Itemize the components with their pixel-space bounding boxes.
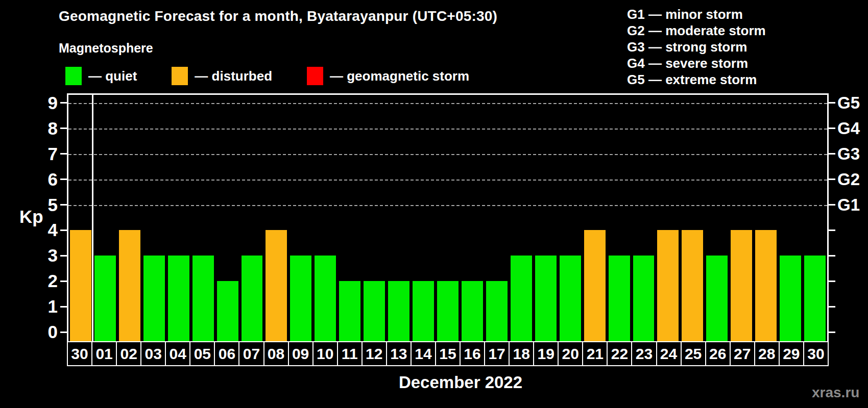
y-axis-tick-label-1: 1 bbox=[32, 295, 58, 318]
y-axis-tick-label-5: 5 bbox=[32, 194, 58, 216]
kp-bar-day-27 bbox=[731, 230, 752, 341]
y-axis-tick-left-6 bbox=[60, 178, 67, 180]
legend-item-storm: — geomagnetic storm bbox=[307, 67, 469, 85]
x-axis-title: December 2022 bbox=[80, 373, 841, 392]
g-legend-line-5: G5 — extreme storm bbox=[627, 71, 766, 88]
gridline-kp-7 bbox=[68, 154, 827, 155]
day-label-cell-30: 30 bbox=[804, 341, 829, 366]
day-label-cell-21: 21 bbox=[583, 341, 608, 366]
kp-bar-day-24 bbox=[657, 230, 679, 341]
y-axis-tick-right-1 bbox=[829, 306, 835, 308]
g-legend-line-1: G1 — minor storm bbox=[627, 6, 766, 22]
y-axis-tick-label-8: 8 bbox=[32, 117, 58, 140]
kp-bar-day-23 bbox=[633, 256, 655, 341]
kp-bar-day-15 bbox=[437, 281, 459, 341]
day-label-cell-26: 26 bbox=[706, 341, 731, 366]
y-axis-tick-label-3: 3 bbox=[32, 244, 58, 267]
day-label-cell-29: 29 bbox=[780, 341, 804, 366]
day-label-cell-5: 05 bbox=[190, 341, 215, 366]
legend-label-disturbed: — disturbed bbox=[195, 68, 272, 84]
y-axis-tick-right-9 bbox=[829, 102, 835, 104]
day-label-cell-6: 06 bbox=[215, 341, 239, 366]
g-scale-legend: G1 — minor stormG2 — moderate stormG3 — … bbox=[627, 6, 766, 88]
kp-bar-day-18 bbox=[511, 256, 532, 341]
kp-bar-day-30 bbox=[804, 256, 826, 341]
legend-item-disturbed: — disturbed bbox=[172, 67, 272, 85]
gridline-kp-6 bbox=[68, 180, 827, 181]
y-axis-tick-right-3 bbox=[829, 255, 835, 257]
day-label-cell-8: 08 bbox=[264, 341, 289, 366]
kp-bar-day-30 bbox=[70, 230, 91, 341]
y-axis-tick-label-6: 6 bbox=[32, 168, 58, 191]
g-legend-line-4: G4 — severe storm bbox=[627, 55, 766, 71]
g-legend-line-3: G3 — strong storm bbox=[627, 39, 766, 55]
y-axis-tick-label-9: 9 bbox=[32, 92, 58, 114]
kp-bar-day-11 bbox=[339, 281, 360, 341]
y-axis-tick-left-1 bbox=[60, 306, 67, 308]
x-axis-day-labels: 3001020304050607080910111213141516171819… bbox=[67, 341, 829, 366]
legend-swatch-storm-icon bbox=[307, 67, 323, 85]
kp-bar-day-06 bbox=[217, 281, 238, 341]
day-label-cell-27: 27 bbox=[731, 341, 755, 366]
day-label-cell-20: 20 bbox=[559, 341, 583, 366]
day-label-cell-12: 12 bbox=[363, 341, 387, 366]
legend-label-storm: — geomagnetic storm bbox=[330, 68, 469, 84]
g-axis-label-g4: G4 bbox=[837, 118, 860, 139]
y-axis-tick-right-0 bbox=[829, 332, 835, 333]
geomagnetic-forecast-chart: Geomagnetic Forecast for a month, Byatar… bbox=[0, 0, 868, 408]
g-axis-label-g3: G3 bbox=[837, 143, 860, 165]
y-axis-tick-right-7 bbox=[829, 153, 835, 155]
y-axis-tick-right-5 bbox=[829, 204, 835, 206]
kp-bar-day-25 bbox=[682, 230, 703, 341]
day-label-cell-4: 04 bbox=[166, 341, 190, 366]
legend-item-quiet: — quiet bbox=[65, 67, 137, 85]
kp-bar-day-05 bbox=[192, 256, 214, 341]
day-label-cell-23: 23 bbox=[632, 341, 657, 366]
day-label-cell-28: 28 bbox=[755, 341, 780, 366]
kp-bar-day-22 bbox=[609, 256, 630, 341]
day-label-cell-13: 13 bbox=[387, 341, 412, 366]
y-axis-tick-left-4 bbox=[60, 230, 67, 231]
y-axis-tick-right-2 bbox=[829, 280, 835, 282]
y-axis-tick-right-6 bbox=[829, 178, 835, 180]
day-label-cell-22: 22 bbox=[608, 341, 632, 366]
gridline-kp-9 bbox=[68, 103, 827, 104]
day-label-cell-25: 25 bbox=[682, 341, 706, 366]
kp-bar-day-13 bbox=[388, 281, 409, 341]
day-label-cell-14: 14 bbox=[412, 341, 436, 366]
kp-bar-day-02 bbox=[119, 230, 140, 341]
kp-bar-day-26 bbox=[706, 256, 728, 341]
g-axis-label-g5: G5 bbox=[837, 92, 860, 114]
y-axis-tick-left-3 bbox=[60, 255, 67, 257]
gridline-kp-8 bbox=[68, 129, 827, 130]
watermark: xras.ru bbox=[812, 385, 859, 401]
day-label-cell-9: 09 bbox=[289, 341, 314, 366]
day-label-cell-0: 30 bbox=[67, 341, 92, 366]
day-label-cell-24: 24 bbox=[657, 341, 682, 366]
g-legend-line-2: G2 — moderate storm bbox=[627, 22, 766, 39]
day-label-cell-7: 07 bbox=[239, 341, 264, 366]
y-axis-tick-right-4 bbox=[829, 230, 835, 231]
y-axis-tick-label-4: 4 bbox=[32, 219, 58, 241]
legend-swatch-quiet-icon bbox=[65, 67, 82, 85]
y-axis-tick-left-9 bbox=[60, 102, 67, 104]
kp-bar-day-10 bbox=[315, 256, 336, 341]
chart-title: Geomagnetic Forecast for a month, Byatar… bbox=[59, 8, 497, 24]
kp-bar-day-19 bbox=[535, 256, 557, 341]
kp-bar-day-20 bbox=[560, 256, 581, 341]
kp-bar-day-14 bbox=[413, 281, 434, 341]
day-label-cell-10: 10 bbox=[314, 341, 338, 366]
legend-label-quiet: — quiet bbox=[88, 68, 137, 84]
kp-bar-day-07 bbox=[242, 256, 263, 341]
y-axis-tick-left-5 bbox=[60, 204, 67, 206]
y-axis-tick-right-8 bbox=[829, 128, 835, 129]
day-label-cell-11: 11 bbox=[338, 341, 363, 366]
kp-bar-day-04 bbox=[168, 256, 189, 341]
kp-bar-day-16 bbox=[462, 281, 483, 341]
day-label-cell-16: 16 bbox=[461, 341, 485, 366]
kp-bar-day-12 bbox=[364, 281, 385, 341]
plot-area bbox=[67, 93, 829, 341]
kp-bar-day-01 bbox=[94, 256, 116, 341]
magnetosphere-legend: — quiet— disturbed— geomagnetic storm bbox=[65, 66, 469, 86]
y-axis-tick-label-2: 2 bbox=[32, 270, 58, 292]
